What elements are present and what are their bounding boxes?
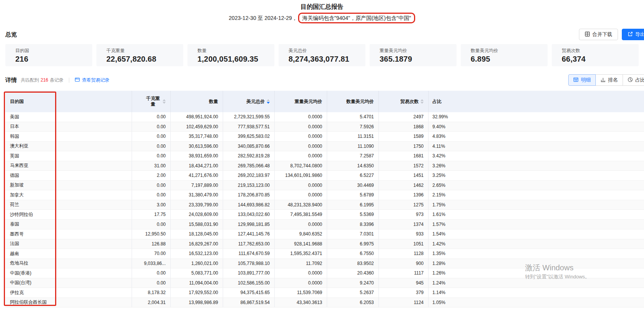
merge-download-button[interactable]: 合并下载 <box>579 29 618 40</box>
cell-quantity: 498,951,924.00 <box>171 112 223 122</box>
cell-kg-weight: 12,950.50 <box>132 229 171 239</box>
export-button[interactable]: 导出 <box>622 29 644 40</box>
table-row[interactable]: 新加坡 0.00 7,197,889.00 219,153,123.00 0.0… <box>5 181 644 191</box>
cell-weight-usd-avg: 0.0000 <box>275 190 327 200</box>
table-row[interactable]: 中国(香港) 0.00 5,083,771.00 103,891,777.00 … <box>5 268 644 278</box>
cell-country: 新加坡 <box>5 181 132 190</box>
summary-card: 重量美元均价 365.1879 <box>370 44 457 66</box>
merge-grid-icon <box>585 31 590 38</box>
table-row[interactable]: 泰国 0.00 15,588,031.90 129,998,181.85 0.0… <box>5 220 644 230</box>
cell-country: 马来西亚 <box>5 161 132 171</box>
cell-kg-weight: 0.00 <box>132 142 171 151</box>
cell-weight-usd-avg: 7,495,381.5549 <box>275 210 327 219</box>
tab-share[interactable]: 占比 <box>623 74 644 86</box>
table-row[interactable]: 美国 0.00 498,951,924.00 2,729,321,599.55 … <box>5 112 644 122</box>
cell-quantity-usd-avg: 7.5926 <box>327 122 379 132</box>
cell-kg-weight: 31.00 <box>132 161 171 171</box>
cell-kg-weight: 17.75 <box>132 210 171 219</box>
page-title: 目的国汇总报告 <box>0 3 644 11</box>
cell-quantity-usd-avg: 7.2587 <box>327 151 379 161</box>
sort-icon[interactable] <box>163 99 166 104</box>
table-row[interactable]: 德国 2.00 41,271,676.00 269,202,183.97 134… <box>5 171 644 181</box>
cell-quantity-usd-avg: 5.6789 <box>327 190 379 200</box>
cell-weight-usd-avg: 1,595,352.4371 <box>275 249 327 258</box>
table-header-row: 目的国 千克重量 数量 美元总价 重量美元均价 数量美元均价 贸易次数 <box>5 91 644 112</box>
sort-icon[interactable] <box>421 99 424 104</box>
cell-quantity-usd-avg: 6.9975 <box>327 239 379 249</box>
table-row[interactable]: 荷兰 3.00 23,339,799.00 144,693,986.82 48,… <box>5 200 644 210</box>
cell-quantity-usd-avg: 83.9502 <box>327 259 379 268</box>
cell-share: 1.14% <box>429 288 644 298</box>
col-header-total-usd[interactable]: 美元总价 <box>223 91 275 112</box>
table-row[interactable]: 阿拉伯联合酋长国 2,004.31 13,998,986.89 86,867,5… <box>5 298 644 308</box>
cell-trade-count: 379 <box>379 288 429 298</box>
table-row[interactable]: 中国(台湾) 0.00 11,094,004.00 102,586,155.00… <box>5 278 644 288</box>
cell-quantity: 13,998,986.89 <box>171 298 223 307</box>
cell-trade-count: 1572 <box>379 161 429 171</box>
cell-quantity-usd-avg: 14.6350 <box>327 161 379 171</box>
view-trade-records-link[interactable]: 查看贸易记录 <box>75 77 109 83</box>
summary-card: 目的国 216 <box>5 44 92 66</box>
match-suffix: 条记录 <box>50 77 64 83</box>
card-label: 美元总价 <box>289 47 355 54</box>
summary-card: 贸易次数 66,374 <box>552 44 639 66</box>
table-row[interactable]: 加拿大 0.00 31,380,479.00 178,206,870.85 0.… <box>5 190 644 200</box>
table-row[interactable]: 日本 0.00 102,459,629.00 777,938,577.51 0.… <box>5 122 644 132</box>
cell-total-usd: 133,043,022.60 <box>223 210 275 219</box>
cell-share: 2.65% <box>429 181 644 190</box>
details-left: 详情 共匹配到 216 条记录 查看贸易记录 <box>5 77 109 84</box>
cell-quantity: 38,931,659.00 <box>171 151 223 161</box>
cell-share: 3.42% <box>429 151 644 161</box>
details-header: 详情 共匹配到 216 条记录 查看贸易记录 明细 排名 占比 <box>5 74 639 86</box>
tab-detail[interactable]: 明细 <box>568 74 596 86</box>
cell-kg-weight: 0.00 <box>132 132 171 141</box>
table-row[interactable]: 伊拉克 8,178.32 17,929,552.00 94,375,415.65… <box>5 288 644 298</box>
col-header-trade-count[interactable]: 贸易次数 <box>379 91 429 112</box>
table-grid-icon <box>573 77 579 83</box>
table-row[interactable]: 韩国 0.00 35,317,748.00 399,625,583.02 0.0… <box>5 132 644 142</box>
cell-trade-count: 900 <box>379 259 429 268</box>
cell-share: 4.11% <box>429 142 644 151</box>
view-mode-tabs: 明细 排名 占比 <box>568 74 644 86</box>
cell-country: 中国(台湾) <box>5 278 132 288</box>
merge-download-label: 合并下载 <box>592 31 612 38</box>
table-row[interactable]: 澳大利亚 0.00 30,613,596.00 340,085,870.66 0… <box>5 142 644 152</box>
cell-total-usd: 340,085,870.66 <box>223 142 275 151</box>
tab-ranking-label: 排名 <box>608 77 618 83</box>
col-header-quantity-usd-avg: 数量美元均价 <box>327 91 379 112</box>
cell-quantity-usd-avg: 6.2053 <box>327 298 379 307</box>
cell-quantity: 24,028,609.00 <box>171 210 223 219</box>
tab-detail-label: 明细 <box>581 77 591 83</box>
cell-trade-count: 1374 <box>379 220 429 229</box>
cell-weight-usd-avg: 0.0000 <box>275 151 327 161</box>
cell-quantity-usd-avg: 5.4701 <box>327 112 379 122</box>
cell-total-usd: 102,586,155.00 <box>223 278 275 288</box>
summary-card: 数量美元均价 6.895 <box>461 44 548 66</box>
table-row[interactable]: 英国 0.00 38,931,659.00 282,592,819.28 0.0… <box>5 151 644 161</box>
cell-weight-usd-avg: 43,340.3613 <box>275 298 327 307</box>
cell-quantity: 31,380,479.00 <box>171 190 223 200</box>
tab-ranking[interactable]: 排名 <box>595 74 623 86</box>
export-icon <box>628 31 633 38</box>
summary-card: 美元总价 8,274,363,077.81 <box>279 44 365 66</box>
cell-weight-usd-avg: 0.0000 <box>275 220 327 229</box>
table-row[interactable]: 马来西亚 31.00 18,434,271.00 269,785,066.48 … <box>5 161 644 171</box>
cell-trade-count: 2497 <box>379 112 429 122</box>
card-label: 千克重量 <box>106 47 173 54</box>
table-row[interactable]: 沙特阿拉伯 17.75 24,028,609.00 133,043,022.60… <box>5 210 644 220</box>
cell-kg-weight: 0.00 <box>132 190 171 200</box>
cell-quantity: 15,588,031.90 <box>171 220 223 229</box>
col-header-destination: 目的国 <box>5 91 132 112</box>
table-row[interactable]: 法国 126.88 16,829,267.00 117,762,653.00 9… <box>5 239 644 249</box>
cell-trade-count: 1051 <box>379 239 429 249</box>
col-header-kg-weight[interactable]: 千克重量 <box>132 91 171 112</box>
sort-icon-active-desc[interactable] <box>267 99 270 104</box>
vertical-divider <box>69 78 69 83</box>
cell-quantity: 16,829,267.00 <box>171 239 223 249</box>
cell-quantity: 16,532,123.00 <box>171 249 223 258</box>
cell-total-usd: 86,867,519.54 <box>223 298 275 307</box>
cell-total-usd: 103,891,777.00 <box>223 268 275 278</box>
table-row[interactable]: 墨西哥 12,950.50 18,128,045.00 127,441,145.… <box>5 229 644 239</box>
table-row[interactable]: 越南 70.00 16,532,123.00 111,674,670.59 1,… <box>5 249 644 259</box>
table-row[interactable]: 危地马拉 9,033,86... 1,260,021.00 105,778,98… <box>5 259 644 269</box>
